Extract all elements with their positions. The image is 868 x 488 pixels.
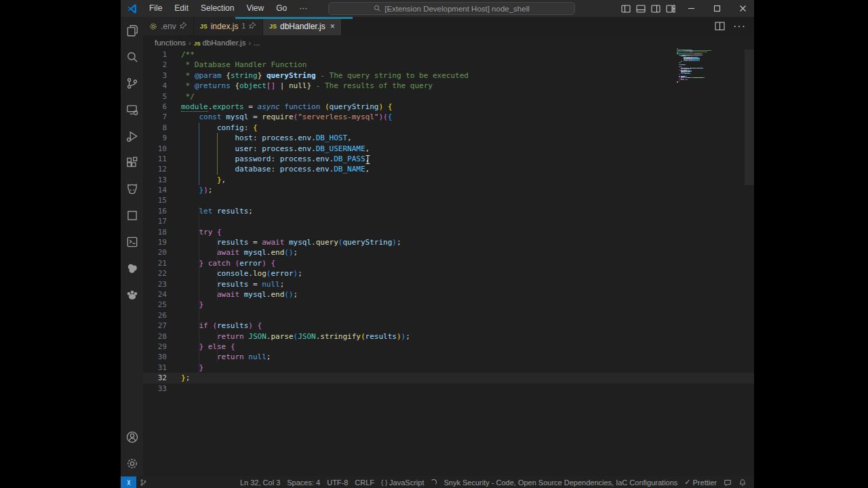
sidebar-item-run-and-debug[interactable] bbox=[121, 123, 143, 149]
sidebar-item-paw-extension[interactable] bbox=[121, 281, 143, 308]
code-line[interactable]: 6module.exports = async function (queryS… bbox=[143, 102, 754, 112]
status-prettier[interactable]: ✓Prettier bbox=[681, 478, 720, 487]
sidebar-item-search[interactable] bbox=[121, 43, 143, 70]
sidebar-item-extensions[interactable] bbox=[121, 149, 143, 176]
more-actions-icon[interactable]: ··· bbox=[733, 20, 746, 33]
code-line[interactable]: 12 database: process.env.DB_NAME, bbox=[143, 164, 754, 174]
code-line[interactable]: 7 const mysql = require("serverless-mysq… bbox=[143, 112, 754, 122]
code-line[interactable]: 13 }, bbox=[143, 175, 754, 185]
code-line[interactable]: 33 bbox=[143, 384, 754, 394]
close-tab-icon[interactable]: × bbox=[330, 22, 335, 31]
tab-env[interactable]: .env bbox=[143, 17, 194, 35]
code-line[interactable]: 1/** bbox=[143, 49, 754, 60]
command-center-search[interactable]: [Extension Development Host] node_shell bbox=[328, 2, 575, 15]
close-window-button[interactable] bbox=[735, 0, 750, 17]
indent-guide bbox=[199, 123, 199, 185]
code-line[interactable]: 31 } bbox=[143, 363, 754, 373]
code-editor[interactable]: 1/**2 * Database Handler Function3 * @pa… bbox=[143, 49, 754, 476]
activity-bar bbox=[121, 17, 143, 476]
code-line[interactable]: 22 console.log(error); bbox=[143, 268, 754, 279]
sidebar-item-extension-box[interactable] bbox=[121, 202, 143, 228]
sidebar-item-circles-extension[interactable] bbox=[121, 255, 143, 281]
code-line[interactable]: 5 */ bbox=[143, 92, 754, 102]
vertical-scrollbar[interactable] bbox=[745, 49, 754, 185]
line-number: 33 bbox=[143, 384, 167, 394]
status-language-mode[interactable]: { }JavaScript bbox=[378, 479, 427, 487]
line-text: /** bbox=[181, 49, 195, 60]
code-line[interactable]: 24 await mysql.end(); bbox=[143, 289, 754, 300]
status-spinner[interactable] bbox=[427, 479, 440, 485]
git-branch-status[interactable] bbox=[136, 479, 151, 487]
bell-icon bbox=[738, 479, 747, 487]
sidebar-item-terminal-extension[interactable] bbox=[121, 228, 143, 255]
settings-button[interactable] bbox=[121, 450, 143, 476]
status-indentation[interactable]: Spaces: 4 bbox=[283, 479, 323, 487]
sidebar-item-source-control[interactable] bbox=[121, 70, 143, 96]
code-line[interactable]: 27 if (results) { bbox=[143, 321, 754, 331]
code-line[interactable]: 8 config: { bbox=[143, 123, 754, 133]
status-notifications[interactable] bbox=[735, 479, 750, 487]
code-line[interactable]: 32}; bbox=[143, 373, 754, 383]
tab-dbhandler-js[interactable]: JSdbHandler.js× bbox=[263, 17, 342, 35]
code-line[interactable]: 15 bbox=[143, 195, 754, 205]
code-line[interactable]: 2 * Database Handler Function bbox=[143, 60, 754, 70]
code-line[interactable]: 18 try { bbox=[143, 227, 754, 237]
line-text: module.exports = async function (querySt… bbox=[181, 102, 392, 112]
toggle-secondary-sidebar-icon[interactable] bbox=[648, 0, 663, 17]
menu-item-edit[interactable]: Edit bbox=[168, 0, 195, 17]
menu-item-go[interactable]: Go bbox=[270, 0, 293, 17]
line-number: 5 bbox=[143, 92, 167, 102]
indent-guide bbox=[199, 206, 199, 373]
status-cursor-position[interactable]: Ln 32, Col 3 bbox=[237, 479, 283, 487]
code-line[interactable]: 26 bbox=[143, 310, 754, 321]
status-eol[interactable]: CRLF bbox=[351, 479, 378, 487]
toggle-panel-icon[interactable] bbox=[633, 0, 648, 17]
code-line[interactable]: 19 results = await mysql.query(queryStri… bbox=[143, 237, 754, 247]
breadcrumb-item[interactable]: functions bbox=[155, 39, 186, 47]
line-number: 30 bbox=[143, 352, 167, 362]
code-line[interactable]: 28 return JSON.parse(JSON.stringify(resu… bbox=[143, 331, 754, 342]
remote-indicator-button[interactable] bbox=[121, 476, 136, 488]
code-line[interactable]: 21 } catch (error) { bbox=[143, 258, 754, 268]
code-line[interactable]: 17 bbox=[143, 216, 754, 226]
minimap[interactable] bbox=[677, 48, 730, 84]
customize-layout-icon[interactable] bbox=[663, 0, 678, 17]
sidebar-item-remote-explorer[interactable] bbox=[121, 96, 143, 123]
code-line[interactable]: 20 await mysql.end(); bbox=[143, 247, 754, 258]
breadcrumb-item[interactable]: ... bbox=[254, 39, 260, 47]
sidebar-item-explorer[interactable] bbox=[121, 17, 143, 43]
toggle-primary-sidebar-icon[interactable] bbox=[618, 0, 633, 17]
menu-item-selection[interactable]: Selection bbox=[195, 0, 240, 17]
code-line[interactable]: 25 } bbox=[143, 300, 754, 310]
sidebar-item-snyk-security[interactable] bbox=[121, 176, 143, 202]
line-text: } else { bbox=[181, 342, 235, 352]
code-line[interactable]: 23 results = null; bbox=[143, 279, 754, 289]
accounts-button[interactable] bbox=[121, 424, 143, 450]
code-line[interactable]: 29 } else { bbox=[143, 342, 754, 352]
code-line[interactable]: 11 password: process.env.DB_PASS, bbox=[143, 154, 754, 164]
menu-item-[interactable]: ··· bbox=[293, 0, 313, 17]
status-encoding[interactable]: UTF-8 bbox=[323, 479, 351, 487]
maximize-button[interactable] bbox=[709, 0, 724, 17]
tab-index-js[interactable]: JSindex.js1 bbox=[194, 17, 263, 35]
minimize-button[interactable] bbox=[684, 0, 698, 17]
code-line[interactable]: 16 let results; bbox=[143, 206, 754, 216]
status-feedback[interactable] bbox=[720, 479, 735, 487]
menu-item-file[interactable]: File bbox=[143, 0, 168, 17]
code-line[interactable]: 3 * @param {string} queryString - The qu… bbox=[143, 70, 754, 81]
line-number: 16 bbox=[143, 206, 167, 216]
pin-icon[interactable] bbox=[180, 22, 187, 30]
menu-item-view[interactable]: View bbox=[240, 0, 270, 17]
line-text: password: process.env.DB_PASS, bbox=[181, 154, 370, 164]
code-line[interactable]: 9 host: process.env.DB_HOST, bbox=[143, 133, 754, 143]
line-number: 23 bbox=[143, 279, 167, 289]
code-line[interactable]: 14 }); bbox=[143, 185, 754, 195]
split-editor-icon[interactable] bbox=[715, 22, 725, 30]
status-snyk-status[interactable]: Snyk Security - Code, Open Source Depend… bbox=[440, 479, 681, 487]
remote-icon bbox=[125, 479, 133, 487]
pin-icon[interactable] bbox=[249, 22, 256, 30]
breadcrumb-item[interactable]: JSdbHandler.js bbox=[194, 39, 246, 47]
code-line[interactable]: 4 * @returns {object[] | null} - The res… bbox=[143, 81, 754, 91]
code-line[interactable]: 30 return null; bbox=[143, 352, 754, 362]
code-line[interactable]: 10 user: process.env.DB_USERNAME, bbox=[143, 144, 754, 154]
